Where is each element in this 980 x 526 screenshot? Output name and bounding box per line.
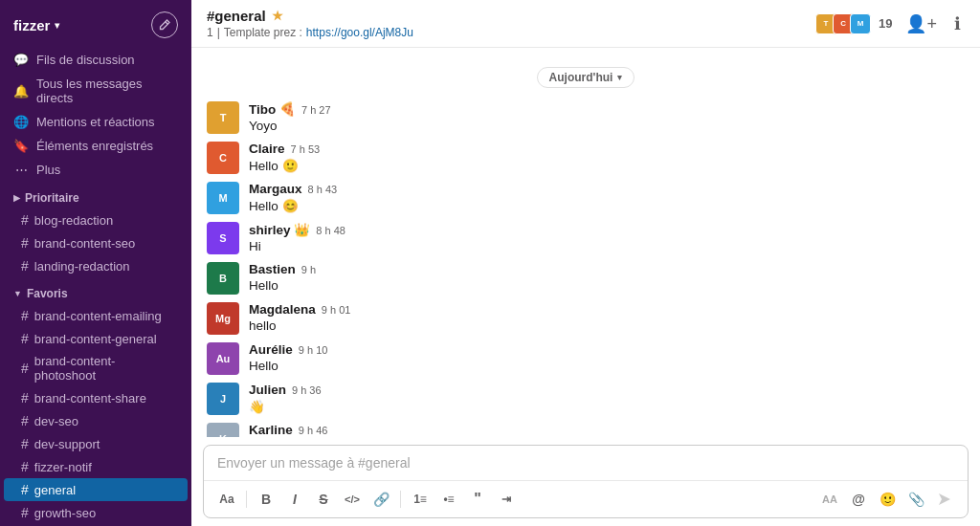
composer: Aa B I S </> 🔗 1≡ •≡ " ⇥ AA @ 🙂 📎 <box>203 445 969 518</box>
star-icon[interactable]: ★ <box>272 9 283 23</box>
channel-name: dev-support <box>34 437 100 451</box>
composer-input-area <box>204 446 968 480</box>
prioritaire-arrow-icon: ▶ <box>13 193 20 203</box>
message-row: T Tibo 🍕 7 h 27 Yoyo <box>207 98 965 138</box>
date-label: Aujourd'hui <box>549 71 613 84</box>
emoji-tool[interactable]: 🙂 <box>874 486 901 513</box>
date-badge-arrow-icon: ▾ <box>617 73 622 82</box>
meta-link[interactable]: https://goo.gl/AjM8Ju <box>306 26 413 39</box>
channel-landing-redaction[interactable]: # landing-redaction <box>4 254 188 277</box>
ol-tool[interactable]: 1≡ <box>407 486 434 513</box>
ul-tool[interactable]: •≡ <box>435 486 462 513</box>
message-row: B Bastien 9 h Hello <box>207 258 965 298</box>
channel-dev-seo[interactable]: # dev-seo <box>4 409 188 432</box>
message-author: Magdalena <box>249 302 316 317</box>
channel-general[interactable]: # general <box>4 478 188 501</box>
hash-icon: # <box>21 505 29 520</box>
date-badge[interactable]: Aujourd'hui ▾ <box>537 67 635 88</box>
message-time: 8 h 43 <box>308 184 338 195</box>
avatar: S <box>207 222 239 254</box>
at-tool[interactable]: @ <box>845 486 872 513</box>
channel-growth-seo[interactable]: # growth-seo <box>4 501 188 524</box>
member-count[interactable]: 19 <box>879 16 892 31</box>
message-content: Bastien 9 h Hello <box>249 262 316 293</box>
attach-tool[interactable]: 📎 <box>902 486 929 513</box>
members-area[interactable]: T C M 19 <box>815 13 892 34</box>
nav-more[interactable]: ⋯ Plus <box>0 158 191 182</box>
bold-tool[interactable]: B <box>253 486 279 513</box>
avatar: B <box>207 262 239 295</box>
channel-name: general <box>34 483 76 497</box>
aa-tool[interactable]: AA <box>816 486 843 513</box>
hash-icon: # <box>21 459 29 474</box>
avatar-3: M <box>850 13 871 34</box>
channel-name: brand-content-share <box>34 391 146 405</box>
nav-threads-label: Fils de discussion <box>36 53 135 67</box>
channel-dev-support[interactable]: # dev-support <box>4 432 188 455</box>
hash-icon: # <box>21 482 29 497</box>
code-tool[interactable]: </> <box>339 486 366 513</box>
message-time: 7 h 27 <box>301 104 331 116</box>
message-time: 9 h 10 <box>299 344 328 356</box>
message-row: K Karline 9 h 46 Hello ! <box>207 419 965 437</box>
message-content: Tibo 🍕 7 h 27 Yoyo <box>249 101 331 133</box>
message-text: hello <box>249 318 350 333</box>
nav-dms-label: Tous les messages directs <box>36 77 178 105</box>
add-member-icon[interactable]: 👤+ <box>902 10 941 38</box>
compose-button[interactable] <box>151 11 178 38</box>
hash-icon: # <box>21 235 29 251</box>
nav-threads[interactable]: 💬 Fils de discussion <box>0 48 191 72</box>
avatar: J <box>207 383 239 415</box>
message-header: Bastien 9 h <box>249 262 316 276</box>
channel-brand-content-photoshoot[interactable]: # brand-content-photoshoot <box>4 350 188 386</box>
composer-input[interactable] <box>217 455 954 471</box>
message-content: Julien 9 h 36 👋 <box>249 383 322 414</box>
channel-brand-content-share[interactable]: # brand-content-share <box>4 386 188 409</box>
message-row: Mg Magdalena 9 h 01 hello <box>207 298 965 339</box>
message-author: Claire <box>249 142 285 156</box>
workspace-title: fizzer <box>13 17 50 33</box>
quote-tool[interactable]: " <box>464 486 491 513</box>
link-tool[interactable]: 🔗 <box>368 486 394 513</box>
channel-brand-content-seo[interactable]: # brand-content-seo <box>4 231 188 254</box>
message-author: Bastien <box>249 262 296 276</box>
info-icon[interactable]: ℹ <box>950 10 965 38</box>
nav-dms[interactable]: 🔔 Tous les messages directs <box>0 72 191 110</box>
meta-text: Template prez : <box>224 26 302 39</box>
message-text: Hello 😊 <box>249 198 337 213</box>
message-content: shirley 👑 8 h 48 Hi <box>249 222 345 253</box>
section-favoris[interactable]: ▼ Favoris <box>0 277 191 304</box>
channel-brand-content-emailing[interactable]: # brand-content-emailing <box>4 304 188 327</box>
message-content: Karline 9 h 46 Hello ! <box>249 423 327 437</box>
format-tool[interactable]: Aa <box>213 486 240 513</box>
channel-name: landing-redaction <box>34 259 130 274</box>
workspace-header: fizzer ▾ <box>0 0 191 48</box>
section-favoris-label: Favoris <box>27 287 68 300</box>
message-time: 7 h 53 <box>291 143 321 155</box>
message-text: Hello <box>249 278 316 293</box>
italic-tool[interactable]: I <box>281 486 308 513</box>
channel-name: growth-seo <box>34 506 96 520</box>
indent-tool[interactable]: ⇥ <box>493 486 520 513</box>
nav-mentions[interactable]: 🌐 Mentions et réactions <box>0 110 191 134</box>
nav-saved[interactable]: 🔖 Éléments enregistrés <box>0 134 191 158</box>
message-time: 8 h 48 <box>316 225 345 236</box>
hash-icon: # <box>21 436 29 451</box>
hash-icon: # <box>21 361 29 376</box>
section-prioritaire-label: Prioritaire <box>25 191 79 205</box>
send-button[interactable] <box>931 486 958 513</box>
workspace-name-btn[interactable]: fizzer ▾ <box>13 17 59 33</box>
channel-blog-redaction[interactable]: # blog-redaction <box>4 208 188 231</box>
message-header: Karline 9 h 46 <box>249 423 327 437</box>
strikethrough-tool[interactable]: S <box>310 486 337 513</box>
hash-icon: # <box>21 258 29 274</box>
channel-fizzer-notif[interactable]: # fizzer-notif <box>4 455 188 478</box>
avatar: Au <box>207 342 239 375</box>
channel-brand-content-general[interactable]: # brand-content-general <box>4 327 188 350</box>
hash-icon: # <box>21 308 29 323</box>
nav-mentions-label: Mentions et réactions <box>36 115 155 129</box>
message-row: J Julien 9 h 36 👋 <box>207 379 965 419</box>
section-prioritaire[interactable]: ▶ Prioritaire <box>0 182 191 208</box>
message-text: Hello 🙂 <box>249 158 320 173</box>
message-content: Magdalena 9 h 01 hello <box>249 302 350 333</box>
